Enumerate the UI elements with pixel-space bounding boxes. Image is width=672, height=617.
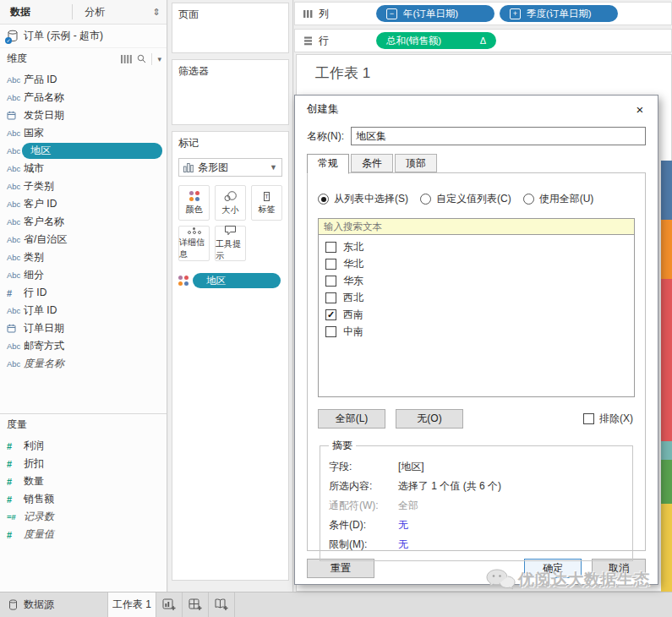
shelf-pill-dimension[interactable]: +季度(订单日期) [500,5,618,22]
dialog-tab-2[interactable]: 顶部 [395,154,437,172]
member-item[interactable]: 中南 [319,323,634,340]
marks-button-tooltip[interactable]: 工具提示 [215,226,246,261]
radio-label: 从列表中选择(S) [334,192,408,206]
new-story-button[interactable] [209,592,235,617]
exclude-checkbox[interactable] [583,413,594,424]
field-row[interactable]: Abc城市 [0,160,167,177]
field-label: 国家 [22,126,44,140]
field-label: 数量 [22,474,44,489]
radio-icon[interactable] [420,194,431,205]
field-label: 地区 [22,143,162,159]
new-worksheet-button[interactable] [156,592,183,617]
member-item[interactable]: 西北 [319,289,634,306]
radio-option[interactable]: 自定义值列表(C) [420,192,511,206]
field-row[interactable]: #折扣 [0,455,167,472]
field-row[interactable]: #行 ID [0,284,167,302]
pane-updown-icon[interactable]: ⇕ [146,7,167,18]
member-checkbox[interactable] [325,326,336,337]
member-item[interactable]: 华东 [319,272,634,289]
field-row[interactable]: Abc细分 [0,266,167,284]
field-row[interactable]: Abc订单 ID [0,302,167,319]
abc-icon: Abc [0,164,22,173]
member-checkbox[interactable] [325,242,336,253]
select-none-button[interactable]: 无(O) [396,409,463,429]
field-row[interactable]: #销售额 [0,490,167,508]
set-name-input[interactable] [351,127,646,145]
sheet-tab-active[interactable]: 工作表 1 [108,592,156,617]
reset-button[interactable]: 重置 [307,559,374,578]
pill-label: 总和(销售额) [386,35,441,47]
dialog-tab-0[interactable]: 常规 [307,154,349,174]
columns-shelf[interactable]: 列 −年(订单日期)+季度(订单日期) [294,2,672,25]
field-row[interactable]: 订单日期 [0,319,167,337]
field-row[interactable]: Abc邮寄方式 [0,337,167,355]
field-row[interactable]: Abc产品 ID [0,71,167,89]
marks-button-detail[interactable]: 详细信息 [178,226,210,261]
set-name-row: 名称(N): [307,127,646,145]
field-row[interactable]: Abc国家 [0,124,167,142]
radio-icon[interactable] [523,194,534,205]
member-checkbox[interactable] [325,309,336,320]
field-row[interactable]: Abc省/自治区 [0,231,167,248]
search-icon[interactable] [137,54,146,63]
exclude-option[interactable]: 排除(X) [583,412,635,426]
marks-button-color[interactable]: 颜色 [178,185,210,221]
close-icon[interactable]: × [632,102,647,117]
abc-icon: Abc [0,359,22,369]
calendar-icon [0,324,22,333]
marks-pill-region[interactable]: 地区 [193,273,281,288]
member-checkbox[interactable] [325,292,336,303]
exclude-label: 排除(X) [599,412,633,426]
field-row[interactable]: #数量 [0,472,167,490]
member-checkbox[interactable] [325,259,336,270]
field-label: 城市 [22,161,44,176]
field-row[interactable]: #利润 [0,437,167,455]
rows-shelf-label: 行 [295,34,371,48]
plus-box-icon[interactable]: + [510,8,521,19]
radio-option[interactable]: 使用全部(U) [523,192,594,206]
shelf-pill-dimension[interactable]: −年(订单日期) [376,5,494,22]
field-row[interactable]: Abc度量名称 [0,355,167,373]
filters-shelf[interactable]: 筛选器 [172,59,289,125]
radio-icon[interactable] [318,194,329,205]
field-row[interactable]: 发货日期 [0,106,167,124]
member-item[interactable]: 西南 [319,306,634,323]
member-search-input[interactable] [318,218,635,235]
select-all-button[interactable]: 全部(L) [318,409,385,429]
abc-icon: Abc [0,75,22,85]
dialog-tab-1[interactable]: 条件 [351,154,393,172]
field-row[interactable]: Abc类别 [0,248,167,266]
summary-row-value[interactable]: 无 [398,518,408,532]
field-label: 子类别 [22,179,54,194]
new-dashboard-button[interactable] [183,592,209,617]
pages-shelf[interactable]: 页面 [172,3,289,53]
member-item[interactable]: 东北 [319,238,634,255]
field-row[interactable]: Abc子类别 [0,177,167,195]
minus-box-icon[interactable]: − [386,8,397,19]
mark-type-dropdown[interactable]: 条形图 ▼ [178,158,282,177]
rows-shelf[interactable]: 行 总和(销售额)Δ [294,29,672,52]
pane-gap [0,373,167,413]
field-row[interactable]: =#记录数 [0,508,167,526]
member-item[interactable]: 华北 [319,255,634,272]
member-checkbox[interactable] [325,276,336,287]
tab-data[interactable]: 数据 [0,5,72,19]
radio-option[interactable]: 从列表中选择(S) [318,192,408,206]
shelf-pill-measure[interactable]: 总和(销售额)Δ [376,32,496,49]
datasource-row[interactable]: ✓ 订单 (示例 - 超市) [0,25,167,48]
field-row[interactable]: Abc产品名称 [0,89,167,106]
summary-row-value[interactable]: 无 [398,538,408,552]
tab-analytics[interactable]: 分析 [73,5,146,19]
field-row[interactable]: Abc客户 ID [0,195,167,213]
field-row[interactable]: Abc客户名称 [0,213,167,231]
marks-button-label[interactable]: T标签 [251,185,282,221]
marks-card: 标记 条形图 ▼ 颜色大小T标签详细信息工具提示 地区 [172,131,289,581]
view-grid-icon[interactable] [121,55,132,63]
summary-fieldset: 摘要 字段:[地区]所选内容:选择了 1 个值 (共 6 个)通配符(W):全部… [320,439,633,561]
marks-button-size[interactable]: 大小 [215,185,246,221]
datasource-tab[interactable]: 数据源 [0,592,108,617]
dimensions-menu-caret-icon[interactable]: ▾ [157,55,161,63]
field-row[interactable]: Abc地区 [0,142,167,160]
abc-icon: Abc [0,128,22,138]
field-row[interactable]: #度量值 [0,526,167,543]
